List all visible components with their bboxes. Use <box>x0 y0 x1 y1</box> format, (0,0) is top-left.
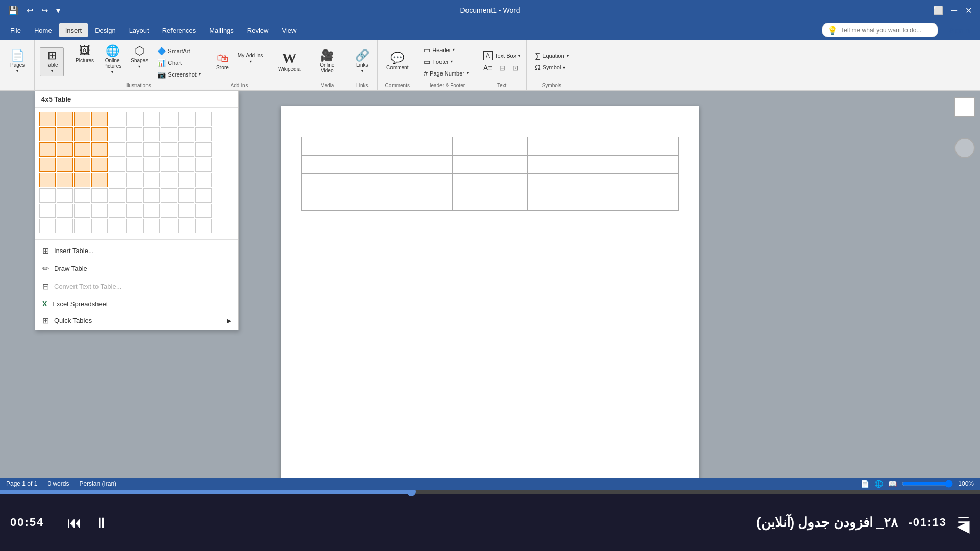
grid-cell[interactable] <box>161 127 177 141</box>
grid-cell[interactable] <box>109 112 125 126</box>
grid-cell[interactable] <box>39 127 56 141</box>
grid-cell[interactable] <box>109 142 125 157</box>
grid-cell[interactable] <box>126 219 142 233</box>
grid-cell[interactable] <box>195 112 212 126</box>
grid-cell[interactable] <box>39 158 56 172</box>
menu-mailings[interactable]: Mailings <box>203 23 240 37</box>
insert-table-item[interactable]: ⊞ Insert Table... <box>35 242 238 260</box>
grid-cell[interactable] <box>126 204 142 218</box>
save-icon[interactable]: 💾 <box>6 5 20 16</box>
undo-icon[interactable]: ↩ <box>24 5 35 16</box>
menu-file[interactable]: File <box>4 23 27 37</box>
grid-cell[interactable] <box>91 142 108 157</box>
grid-cell[interactable] <box>143 204 160 218</box>
customize-qat-icon[interactable]: ▾ <box>54 5 62 16</box>
table-cell[interactable] <box>603 156 679 174</box>
grid-cell[interactable] <box>57 158 73 172</box>
table-cell[interactable] <box>452 174 528 192</box>
table-cell[interactable] <box>528 137 603 156</box>
online-pictures-button[interactable]: 🌐 OnlinePictures ▾ <box>100 43 125 77</box>
grid-cell[interactable] <box>195 219 212 233</box>
draw-table-item[interactable]: ✏ Draw Table <box>35 260 238 278</box>
grid-cell[interactable] <box>91 173 108 187</box>
table-cell[interactable] <box>528 174 603 192</box>
grid-cell[interactable] <box>109 219 125 233</box>
grid-cell[interactable] <box>74 158 90 172</box>
links-button[interactable]: 🔗 Links ▾ <box>350 48 374 76</box>
grid-cell[interactable] <box>178 142 194 157</box>
table-cell[interactable] <box>528 192 603 211</box>
table-cell[interactable] <box>377 192 452 211</box>
grid-cell[interactable] <box>126 127 142 141</box>
grid-cell[interactable] <box>195 204 212 218</box>
restore-icon[interactable]: ⬜ <box>931 5 945 16</box>
grid-cell[interactable] <box>57 188 73 203</box>
grid-cell[interactable] <box>195 188 212 203</box>
comment-button[interactable]: 💬 Comment <box>383 51 412 72</box>
progress-bar[interactable] <box>0 490 980 494</box>
screenshot-button[interactable]: 📷 Screenshot ▾ <box>154 69 204 80</box>
grid-cell[interactable] <box>91 158 108 172</box>
pictures-button[interactable]: 🖼 Pictures <box>72 43 97 65</box>
table-cell[interactable] <box>603 192 679 211</box>
table-cell[interactable] <box>452 156 528 174</box>
text-format-button-1[interactable]: A≡ <box>480 62 496 73</box>
grid-cell[interactable] <box>143 142 160 157</box>
table-cell[interactable] <box>377 156 452 174</box>
grid-cell[interactable] <box>91 219 108 233</box>
grid-cell[interactable] <box>143 112 160 126</box>
menu-home[interactable]: Home <box>28 23 58 37</box>
redo-icon[interactable]: ↪ <box>39 5 50 16</box>
grid-cell[interactable] <box>161 142 177 157</box>
grid-cell[interactable] <box>109 204 125 218</box>
grid-cell[interactable] <box>178 112 194 126</box>
grid-cell[interactable] <box>74 142 90 157</box>
grid-cell[interactable] <box>74 219 90 233</box>
grid-cell[interactable] <box>74 112 90 126</box>
wikipedia-button[interactable]: W Wikipedia <box>275 49 304 74</box>
grid-cell[interactable] <box>178 188 194 203</box>
excel-spreadsheet-item[interactable]: X Excel Spreadsheet <box>35 295 238 312</box>
grid-cell[interactable] <box>143 173 160 187</box>
online-video-button[interactable]: 🎥 OnlineVideo <box>312 48 341 76</box>
textbox-button[interactable]: A Text Box ▾ <box>480 49 523 62</box>
grid-cell[interactable] <box>195 173 212 187</box>
grid-cell[interactable] <box>74 173 90 187</box>
prev-button[interactable]: ⏮ <box>61 514 88 531</box>
grid-cell[interactable] <box>57 112 73 126</box>
grid-cell[interactable] <box>39 142 56 157</box>
menu-design[interactable]: Design <box>89 23 121 37</box>
grid-cell[interactable] <box>143 188 160 203</box>
equation-button[interactable]: ∑ Equation ▾ <box>532 50 571 61</box>
table-cell[interactable] <box>377 174 452 192</box>
grid-cell[interactable] <box>143 219 160 233</box>
grid-cell[interactable] <box>91 204 108 218</box>
table-cell[interactable] <box>603 174 679 192</box>
grid-cell[interactable] <box>161 158 177 172</box>
table-cell[interactable] <box>302 137 377 156</box>
close-icon[interactable]: ✕ <box>963 5 974 16</box>
grid-cell[interactable] <box>161 219 177 233</box>
grid-cell[interactable] <box>126 158 142 172</box>
table-cell[interactable] <box>302 192 377 211</box>
play-pause-button[interactable]: ⏸ <box>88 514 114 531</box>
my-addins-button[interactable]: My Add-ins ▾ <box>235 51 266 66</box>
grid-cell[interactable] <box>91 112 108 126</box>
table-button[interactable]: ⊞ Table ▾ <box>40 47 64 76</box>
table-cell[interactable] <box>452 192 528 211</box>
footer-button[interactable]: ▭ Footer ▾ <box>421 56 456 67</box>
store-button[interactable]: 🛍 Store <box>212 51 233 72</box>
grid-cell[interactable] <box>161 173 177 187</box>
table-cell[interactable] <box>377 137 452 156</box>
grid-cell[interactable] <box>74 127 90 141</box>
grid-cell[interactable] <box>195 158 212 172</box>
grid-cell[interactable] <box>74 188 90 203</box>
pages-button[interactable]: 📄 Pages ▾ <box>7 48 28 76</box>
back-arrow[interactable]: ◀ <box>957 516 970 536</box>
grid-cell[interactable] <box>39 188 56 203</box>
view-print-icon[interactable]: 📄 <box>861 480 869 488</box>
view-web-icon[interactable]: 🌐 <box>874 480 883 488</box>
grid-cell[interactable] <box>39 204 56 218</box>
menu-insert[interactable]: Insert <box>59 23 88 37</box>
document-page[interactable] <box>281 106 699 490</box>
